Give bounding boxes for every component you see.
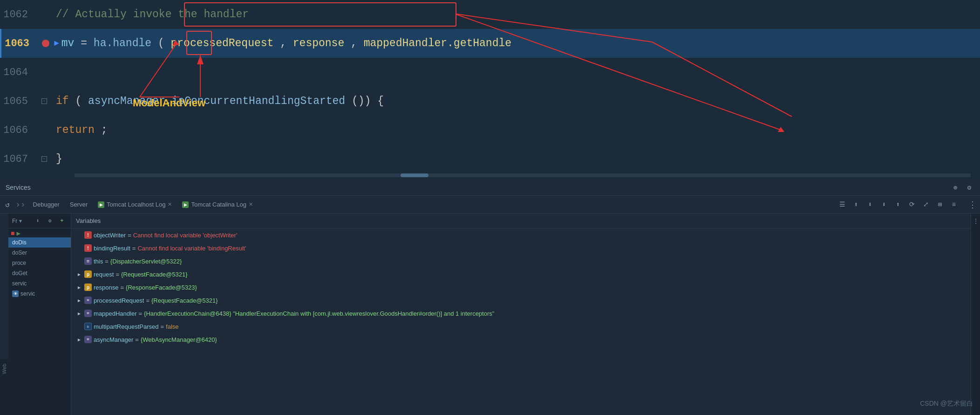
line-number-1066: 1066 — [0, 124, 37, 136]
call-stack-item-2[interactable]: proce — [8, 258, 71, 268]
tab-debugger-label: Debugger — [33, 201, 60, 208]
var-row-multipartrequestparsed[interactable]: b multipartRequestParsed = false — [71, 320, 971, 333]
services-settings-icon[interactable]: ⚙ — [964, 182, 974, 193]
var-row-request[interactable]: ► p request = {RequestFacade@5321} — [71, 268, 971, 281]
var-name-this: this — [94, 258, 103, 265]
var-badge-asyncmanager: = — [84, 336, 92, 343]
fold-button-1065[interactable]: - — [41, 98, 47, 104]
tab-tomcat-catalina[interactable]: ▶ Tomcat Catalina Log ✕ — [177, 197, 258, 212]
var-expand-objectwriter — [76, 232, 82, 238]
var-eq-this: = — [105, 258, 109, 265]
var-expand-request[interactable]: ► — [76, 271, 82, 277]
code-line-1063: 1063 ► mv = ha.handle ( processedRequest… — [0, 29, 980, 58]
var-eq-response: = — [120, 284, 124, 291]
var-row-response[interactable]: ► p response = {ResponseFacade@5323} — [71, 281, 971, 294]
annotation-label-modelview: ModelAndView — [133, 97, 205, 109]
var-row-processedrequest[interactable]: ► = processedRequest = {RequestFacade@53… — [71, 294, 971, 307]
code-line-1064: 1064 — [0, 58, 980, 87]
code-line-1066: 1066 return ; — [0, 116, 980, 145]
call-stack-item-5[interactable]: 👁 servic — [8, 289, 71, 299]
var-expand-mappedhandler[interactable]: ► — [76, 310, 82, 317]
code-content-1063: mv = ha.handle ( processedRequest , resp… — [59, 37, 511, 49]
var-badge-mappedhandler: = — [84, 310, 92, 317]
var-expand-asyncmanager[interactable]: ► — [76, 336, 82, 343]
var-badge-objectwriter: ! — [84, 231, 92, 239]
var-eq-processedrequest: = — [146, 297, 150, 304]
call-stack-controls: Fr ▾ — [12, 218, 22, 224]
tab-tomcat-localhost-close[interactable]: ✕ — [168, 201, 172, 208]
stack-filter-icon[interactable]: ⚙ — [45, 216, 55, 226]
tab-tomcat-catalina-close[interactable]: ✕ — [249, 201, 253, 208]
tab-server[interactable]: Server — [65, 197, 92, 212]
var-name-multipartrequestparsed: multipartRequestParsed — [94, 323, 158, 330]
code-content-1067: } — [51, 153, 62, 165]
right-panel: ⋮ — [971, 214, 980, 415]
code-content-1062: // Actually invoke the handler — [51, 8, 249, 21]
toolbar-down2-icon[interactable]: ⬇ — [879, 200, 889, 210]
var-eq-asyncmanager: = — [135, 336, 139, 343]
code-scrollbar[interactable] — [75, 173, 971, 177]
var-row-mappedhandler[interactable]: ► = mappedHandler = {HandlerExecutionCha… — [71, 307, 971, 320]
services-title: Services — [6, 184, 31, 191]
var-value-objectwriter: Cannot find local variable 'objectWriter… — [133, 232, 238, 239]
toolbar-format-icon[interactable]: ☰ — [837, 200, 847, 210]
code-line-1067: 1067 - } — [0, 145, 980, 173]
breakpoint-indicator[interactable] — [42, 40, 49, 47]
watermark: CSDN @艺术留白 — [920, 400, 973, 408]
resume-icon[interactable]: ▶ — [16, 229, 20, 237]
code-scrollbar-thumb — [401, 173, 429, 177]
stack-add-icon[interactable]: + — [57, 216, 67, 226]
call-stack-item-1[interactable]: doSer — [8, 248, 71, 258]
services-icon-bar: ⊕ ⚙ — [950, 182, 974, 193]
tab-tomcat-localhost-icon: ▶ — [98, 201, 104, 208]
var-row-this[interactable]: = this = {DispatcherServlet@5322} — [71, 255, 971, 268]
var-value-this: {DispatcherServlet@5322} — [110, 258, 182, 265]
call-stack-header: Fr ▾ ⬇ ⚙ + — [8, 214, 71, 228]
var-value-bindingresult: Cannot find local variable 'bindingResul… — [137, 245, 246, 252]
services-panel: Services ⊕ ⚙ ↺ ›› Debugger Server ▶ Tomc… — [0, 180, 980, 415]
var-expand-response[interactable]: ► — [76, 284, 82, 290]
call-stack-item-0[interactable]: doDis — [8, 237, 71, 248]
toolbar-up-icon[interactable]: ⬆ — [851, 200, 861, 210]
fold-button-1067[interactable]: - — [41, 156, 47, 162]
var-name-objectwriter: objectWriter — [94, 232, 126, 239]
stack-down-icon[interactable]: ⬇ — [33, 216, 43, 226]
toolbar-up2-icon[interactable]: ⬆ — [893, 200, 903, 210]
services-expand-icon[interactable]: ⊕ — [950, 182, 960, 193]
var-value-request: {RequestFacade@5321} — [121, 271, 188, 278]
toolbar-down-icon[interactable]: ⬇ — [865, 200, 875, 210]
toolbar-list-icon[interactable]: ≡ — [949, 200, 959, 210]
line-number-1064: 1064 — [0, 67, 37, 78]
tab-bar-reload-icon[interactable]: ↺ — [2, 200, 13, 210]
line-number-1065: 1065 — [0, 96, 37, 107]
code-content-1066: return ; — [51, 124, 107, 136]
debug-toolbar: ☰ ⬆ ⬇ ⬇ ⬆ ⟳ ⤢ ⊞ ≡ — [833, 200, 963, 210]
tab-tomcat-localhost[interactable]: ▶ Tomcat Localhost Log ✕ — [93, 197, 177, 212]
stop-icon[interactable]: ■ — [11, 230, 14, 237]
toolbar-refresh-icon[interactable]: ⟳ — [907, 200, 917, 210]
var-eq-objectwriter: = — [128, 232, 131, 239]
call-stack-item-3[interactable]: doGet — [8, 268, 71, 278]
fr-dropdown[interactable]: ▾ — [19, 218, 22, 224]
call-stack-item-4[interactable]: servic — [8, 278, 71, 289]
var-name-response: response — [94, 284, 118, 291]
toolbar-resize-icon[interactable]: ⤢ — [921, 200, 931, 210]
var-expand-bindingresult — [76, 245, 82, 251]
toolbar-grid-icon[interactable]: ⊞ — [935, 200, 945, 210]
web-sidebar: Web — [0, 359, 8, 415]
toolbar-more-icon[interactable]: ⋮ — [967, 200, 978, 210]
tab-tomcat-catalina-label: Tomcat Catalina Log — [191, 201, 246, 208]
var-row-bindingresult[interactable]: ! bindingResult = Cannot find local vari… — [71, 242, 971, 255]
var-expand-processedrequest[interactable]: ► — [76, 297, 82, 304]
tab-server-label: Server — [70, 201, 88, 208]
line-number-1067: 1067 — [0, 153, 37, 165]
var-badge-this: = — [84, 257, 92, 265]
var-row-asyncmanager[interactable]: ► = asyncManager = {WebAsyncManager@6420… — [71, 333, 971, 346]
execution-arrow: ► — [54, 39, 59, 48]
tab-debugger[interactable]: Debugger — [28, 197, 64, 212]
var-row-objectwriter[interactable]: ! objectWriter = Cannot find local varia… — [71, 228, 971, 242]
right-panel-icon[interactable]: ⋮ — [971, 216, 980, 226]
line-number-1063: 1063 — [1, 38, 39, 49]
tab-tomcat-localhost-label: Tomcat Localhost Log — [107, 201, 165, 208]
var-badge-multipartrequestparsed: b — [84, 323, 92, 330]
